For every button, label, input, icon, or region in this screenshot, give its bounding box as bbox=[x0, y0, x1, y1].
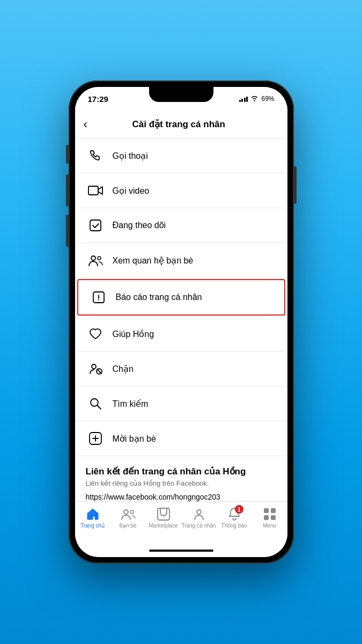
profile-icon bbox=[192, 507, 206, 521]
back-button[interactable]: ‹ bbox=[84, 115, 92, 134]
phone-screen: 17:29 69% bbox=[75, 87, 287, 557]
svg-point-6 bbox=[98, 299, 99, 301]
menu-label-theo-doi: Đang theo dõi bbox=[113, 221, 166, 230]
nav-label-menu: Menu bbox=[263, 523, 276, 529]
svg-rect-22 bbox=[271, 515, 276, 520]
phone-icon bbox=[86, 146, 105, 165]
menu-label-giup-hong: Giúp Hồng bbox=[113, 329, 154, 339]
power-button bbox=[294, 166, 297, 204]
menu-label-goi-video: Gọi video bbox=[113, 186, 150, 196]
nav-item-marketplace[interactable]: Marketplace bbox=[146, 506, 181, 529]
svg-rect-20 bbox=[271, 508, 276, 513]
menu-label-quan-he: Xem quan hệ bạn bè bbox=[113, 255, 194, 266]
friends-nav-icon bbox=[121, 507, 135, 521]
nav-item-trang-ca-nhan[interactable]: Trang cá nhân bbox=[181, 506, 217, 529]
volume-up-button bbox=[66, 174, 69, 207]
volume-down-button bbox=[66, 215, 69, 247]
menu-label-bao-cao: Báo cáo trang cá nhân bbox=[116, 292, 202, 302]
home-icon bbox=[86, 507, 100, 521]
menu-label-tim-kiem: Tìm kiếm bbox=[113, 399, 149, 409]
svg-line-9 bbox=[97, 369, 101, 374]
menu-item-bao-cao[interactable]: Báo cáo trang cá nhân bbox=[77, 279, 285, 316]
home-indicator bbox=[149, 550, 213, 552]
menu-label-chan: Chặn bbox=[113, 364, 134, 374]
report-icon bbox=[89, 288, 108, 307]
menu-item-chan[interactable]: Chặn bbox=[75, 352, 287, 386]
nav-label-marketplace: Marketplace bbox=[149, 523, 178, 529]
follow-icon bbox=[86, 216, 105, 235]
marketplace-icon bbox=[157, 507, 171, 521]
svg-point-15 bbox=[124, 510, 128, 514]
page-header: ‹ Cài đặt trang cá nhân bbox=[75, 111, 287, 138]
page-title: Cài đặt trang cá nhân bbox=[92, 119, 279, 130]
svg-rect-21 bbox=[264, 515, 269, 520]
block-icon bbox=[86, 359, 105, 378]
search-icon bbox=[86, 394, 105, 413]
menu-item-goi-video[interactable]: Gọi video bbox=[75, 173, 287, 208]
menu-icon bbox=[263, 507, 277, 521]
menu-item-theo-doi[interactable]: Đang theo dõi bbox=[75, 208, 287, 243]
menu-label-goi-thoai: Gọi thoại bbox=[113, 151, 148, 161]
status-icons: 69% bbox=[239, 95, 275, 103]
battery-indicator: 69% bbox=[261, 95, 274, 103]
bottom-navigation: Trang chủ Bạn bè bbox=[75, 501, 287, 544]
heart-icon bbox=[86, 324, 105, 343]
menu-label-moi-ban-be: Mời bạn bè bbox=[113, 434, 156, 444]
svg-rect-0 bbox=[88, 186, 98, 195]
nav-label-ban-be: Bạn bè bbox=[119, 523, 136, 529]
home-indicator-container bbox=[75, 544, 287, 557]
svg-rect-1 bbox=[90, 220, 101, 231]
link-section-description: Liên kết riêng của Hồng trên Facebook. bbox=[86, 479, 277, 487]
signal-bars-icon bbox=[239, 96, 248, 102]
nav-item-menu[interactable]: Menu bbox=[252, 506, 287, 529]
menu-item-quan-he[interactable]: Xem quan hệ bạn bè bbox=[75, 243, 287, 278]
video-icon bbox=[86, 181, 105, 200]
phone-frame: 17:29 69% bbox=[69, 80, 294, 564]
svg-point-3 bbox=[98, 257, 101, 260]
silent-button bbox=[66, 145, 69, 164]
svg-point-7 bbox=[92, 364, 96, 369]
svg-rect-19 bbox=[264, 508, 269, 513]
menu-item-giup-hong[interactable]: Giúp Hồng bbox=[75, 317, 287, 352]
menu-item-tim-kiem[interactable]: Tìm kiếm bbox=[75, 386, 287, 421]
menu-item-goi-thoai[interactable]: Gọi thoại bbox=[75, 138, 287, 173]
notification-badge: 1 bbox=[235, 505, 243, 514]
svg-point-16 bbox=[130, 510, 134, 514]
nav-label-thong-bao: Thông báo bbox=[221, 523, 247, 529]
link-url[interactable]: https://www.facebook.com/hongngoc203 bbox=[86, 493, 277, 501]
notch bbox=[149, 87, 213, 102]
add-friend-icon bbox=[86, 429, 105, 448]
svg-point-18 bbox=[197, 510, 201, 514]
nav-item-ban-be[interactable]: Bạn bè bbox=[110, 506, 146, 529]
link-section: Liên kết đến trang cá nhân của Hồng Liên… bbox=[75, 456, 287, 501]
nav-label-trang-ca-nhan: Trang cá nhân bbox=[181, 523, 216, 529]
menu-list: Gọi thoại Gọi video bbox=[75, 138, 287, 501]
svg-rect-17 bbox=[158, 508, 169, 520]
bell-icon: 1 bbox=[227, 507, 241, 521]
svg-line-11 bbox=[97, 405, 101, 409]
svg-point-2 bbox=[91, 256, 95, 260]
nav-label-trang-chu: Trang chủ bbox=[80, 523, 105, 529]
friends-icon bbox=[86, 251, 105, 270]
menu-item-moi-ban-be[interactable]: Mời bạn bè bbox=[75, 421, 287, 456]
wifi-icon bbox=[250, 95, 258, 103]
status-time: 17:29 bbox=[88, 94, 108, 104]
nav-item-trang-chu[interactable]: Trang chủ bbox=[75, 506, 110, 529]
nav-item-thong-bao[interactable]: 1 Thông báo bbox=[217, 506, 252, 529]
link-section-title: Liên kết đến trang cá nhân của Hồng bbox=[86, 466, 277, 477]
